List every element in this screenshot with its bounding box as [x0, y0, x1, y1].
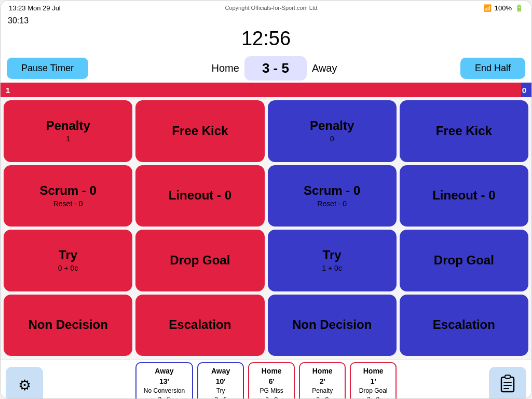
away-escalation-button[interactable]: Escalation	[400, 295, 528, 356]
home-lineout-button[interactable]: Lineout - 0	[135, 165, 264, 227]
status-copyright: Copyright Officials-for-Sport.com Ltd.	[225, 5, 319, 11]
progress-right-label: 0	[522, 86, 526, 95]
home-freekick-button[interactable]: Free Kick	[135, 100, 264, 162]
progress-left-label: 1	[6, 86, 10, 95]
svg-rect-1	[505, 375, 510, 378]
progress-row: 1 0	[1, 83, 531, 97]
status-date: Mon 29 Jul	[28, 4, 61, 12]
away-scrum-button[interactable]: Scrum - 0 Reset - 0	[268, 165, 397, 227]
event-card-away10[interactable]: Away 10' Try 3 - 5	[197, 362, 244, 399]
settings-icon: ⚙	[18, 377, 31, 394]
main-timer: 12:56	[1, 26, 531, 54]
score-box: 3 - 5	[244, 56, 307, 81]
controls-row: Pause Timer Home 3 - 5 Away End Half	[1, 54, 531, 83]
event-card-home2[interactable]: Home 2' Penalty 3 - 0	[299, 362, 346, 399]
away-freekick-button[interactable]: Free Kick	[400, 100, 528, 162]
settings-button[interactable]: ⚙	[6, 367, 43, 400]
home-penalty-button[interactable]: Penalty 1	[4, 100, 132, 162]
away-try-button[interactable]: Try 1 + 0c	[268, 230, 397, 291]
score-display: Home 3 - 5 Away	[212, 56, 337, 81]
clipboard-icon	[499, 374, 516, 396]
bottom-row: ⚙ Away 13' No Conversion 3 - 5 Away 10' …	[1, 359, 531, 399]
end-half-button[interactable]: End Half	[460, 58, 525, 79]
home-try-button[interactable]: Try 0 + 0c	[4, 230, 132, 291]
wifi-icon: 📶	[483, 4, 492, 12]
elapsed-time: 30:13	[8, 16, 29, 25]
status-time: 13:23	[9, 4, 26, 12]
home-label: Home	[212, 62, 239, 74]
status-bar: 13:23 Mon 29 Jul Copyright Officials-for…	[1, 1, 531, 15]
pause-timer-button[interactable]: Pause Timer	[7, 58, 88, 79]
battery-icon: 🔋	[515, 4, 523, 12]
away-label: Away	[312, 62, 337, 74]
event-card-home1[interactable]: Home 1' Drop Goal 3 - 0	[350, 362, 397, 399]
away-dropgoal-button[interactable]: Drop Goal	[400, 230, 528, 291]
home-dropgoal-button[interactable]: Drop Goal	[135, 230, 264, 291]
event-card-away13[interactable]: Away 13' No Conversion 3 - 5	[135, 362, 193, 399]
home-escalation-button[interactable]: Escalation	[135, 295, 264, 356]
status-time-date: 13:23 Mon 29 Jul	[9, 4, 61, 12]
battery-percent: 100%	[495, 4, 512, 12]
away-lineout-button[interactable]: Lineout - 0	[400, 165, 528, 227]
status-battery: 📶 100% 🔋	[483, 4, 523, 12]
svg-rect-0	[501, 377, 514, 392]
main-grid: Penalty 1 Free Kick Penalty 0 Free Kick …	[1, 97, 531, 359]
clipboard-button[interactable]	[489, 367, 526, 400]
event-card-home6[interactable]: Home 6' PG Miss 3 - 0	[248, 362, 295, 399]
home-nondecision-button[interactable]: Non Decision	[4, 295, 132, 356]
away-nondecision-button[interactable]: Non Decision	[268, 295, 397, 356]
event-list: Away 13' No Conversion 3 - 5 Away 10' Tr…	[135, 362, 397, 399]
away-penalty-button[interactable]: Penalty 0	[268, 100, 397, 162]
home-scrum-button[interactable]: Scrum - 0 Reset - 0	[4, 165, 132, 227]
